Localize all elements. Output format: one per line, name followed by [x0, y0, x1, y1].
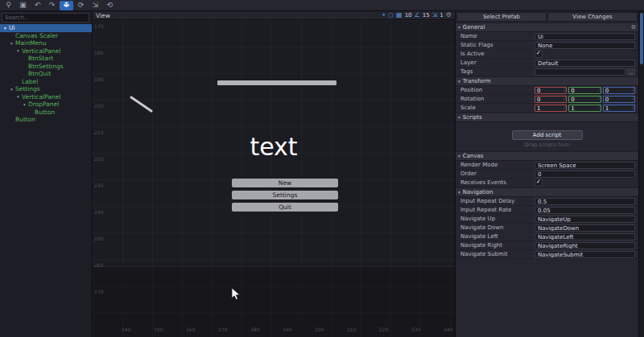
input-repeat-delay-field[interactable]: 0.5 — [535, 198, 635, 205]
ruler-label: 190 — [283, 327, 291, 332]
static-flags-field[interactable]: None — [535, 42, 635, 49]
ruler-label: 230 — [94, 183, 103, 188]
tree-item-btnquit[interactable]: BtnQuit — [0, 70, 92, 78]
search-input[interactable] — [2, 13, 89, 23]
property-label: Navigate Submit — [460, 251, 535, 257]
prefab-actions: Select Prefab View Changes — [456, 11, 638, 23]
tab-view[interactable]: View — [96, 12, 110, 19]
expand-arrow-icon[interactable]: ▾ — [9, 41, 14, 46]
scale-snap-value[interactable]: 1 — [440, 12, 443, 18]
section-header-transform[interactable]: ▾Transform — [456, 76, 638, 86]
add-script-button[interactable]: Add script — [512, 130, 583, 140]
tree-item-verticalpanel[interactable]: ▾VerticalPanel — [0, 47, 92, 55]
canvas-stray-element[interactable] — [130, 96, 153, 113]
tree-item-droppanel[interactable]: ▾DropPanel — [0, 101, 92, 109]
viewport-settings-icon[interactable]: ⚙ — [446, 12, 452, 18]
section-header-canvas[interactable]: ▾Canvas — [456, 151, 638, 161]
navigate-down-field[interactable]: NavigateDown — [535, 224, 635, 232]
tree-item-label[interactable]: Label — [0, 78, 92, 86]
navigate-up-field[interactable]: NavigateUp — [535, 216, 635, 223]
gizmo-mode-icon[interactable]: ○ — [388, 12, 394, 18]
tree-item-settings[interactable]: ▾Settings — [0, 85, 92, 93]
scale-z-field[interactable]: 1╱ — [603, 105, 635, 112]
tags-field[interactable] — [535, 68, 625, 76]
tree-item-btnsettings[interactable]: BtnSettings — [0, 63, 92, 71]
scale-tool-icon[interactable]: ⇲ — [89, 1, 102, 10]
drag-handle-icon: ╱ — [564, 97, 566, 101]
tree-item-button[interactable]: Button — [0, 109, 92, 117]
search-tool-icon[interactable]: ⚲ — [2, 1, 15, 10]
tree-item-btnstart[interactable]: BtnStart — [0, 55, 92, 63]
property-label: Input Repeat Delay — [460, 198, 535, 204]
scrollbar-thumb[interactable] — [640, 13, 643, 64]
ruler-label: 270 — [94, 289, 103, 294]
ruler-label: 220 — [379, 327, 388, 332]
position-y-field[interactable]: 0╱ — [568, 87, 601, 94]
is-active-checkbox[interactable]: ✓ — [535, 50, 543, 58]
canvas-menu-button-settings[interactable]: Settings — [232, 191, 338, 199]
undo-icon[interactable]: ↶ — [31, 1, 44, 10]
render-mode-field[interactable]: Screen Space — [535, 162, 635, 169]
section-header-general[interactable]: ▾General⚙ — [456, 23, 638, 32]
tree-item-mainmenu[interactable]: ▾MainMenu — [0, 39, 92, 47]
expand-arrow-icon[interactable]: ▾ — [9, 87, 14, 92]
scripts-drop-area[interactable]: Add scriptDrag scripts here — [456, 122, 638, 151]
canvas-text-label[interactable]: text — [93, 135, 455, 159]
section-header-scripts[interactable]: ▾Scripts — [456, 113, 638, 122]
expand-arrow-icon[interactable]: ▾ — [2, 26, 8, 31]
grid-snap-value[interactable]: 10 — [405, 12, 412, 18]
move-tool-icon[interactable]: ↔↕ — [60, 1, 73, 10]
property-row-order: Order0 — [456, 170, 638, 179]
section-settings-icon[interactable]: ⚙ — [631, 24, 636, 31]
rotation-z-field[interactable]: 0╱ — [603, 96, 635, 103]
receives-events-checkbox[interactable]: ✓ — [535, 179, 543, 187]
tree-item-canvas-scaler[interactable]: Canvas Scaler — [0, 32, 92, 40]
drag-handle-icon: ╱ — [632, 105, 634, 109]
redo-icon[interactable]: ↷ — [45, 1, 59, 10]
focus-icon[interactable]: ⌖ — [382, 12, 386, 18]
property-row-input-repeat-delay: Input Repeat Delay0.5 — [456, 197, 638, 206]
ruler-label: 210 — [94, 129, 103, 135]
view-changes-button[interactable]: View Changes — [547, 12, 638, 22]
rotation-snap-icon[interactable]: ∠ — [415, 12, 420, 18]
position-x-field[interactable]: 0╱ — [535, 87, 567, 94]
save-icon[interactable]: ▣ — [16, 1, 30, 10]
view-panel-header: View ⌖ ○ ▦ 10 ∠ 15 ⇲ 1 ⚙ — [93, 11, 455, 20]
navigate-right-field[interactable]: NavigateRight — [535, 242, 635, 249]
rotation-x-field[interactable]: 0╱ — [535, 96, 567, 103]
scale-snap-icon[interactable]: ⇲ — [432, 12, 438, 18]
chevron-down-icon: ▾ — [458, 79, 460, 84]
tree-item-verticalpanel[interactable]: ▾VerticalPanel — [0, 93, 92, 101]
refresh-icon[interactable]: ⟲ — [103, 1, 117, 10]
position-z-field[interactable]: 0╱ — [603, 87, 635, 94]
order-field[interactable]: 0 — [535, 171, 635, 178]
navigate-left-field[interactable]: NavigateLeft — [535, 233, 635, 240]
property-row-name: NameUi — [456, 32, 638, 41]
rotation-snap-value[interactable]: 15 — [423, 12, 430, 18]
expand-arrow-icon[interactable]: ▾ — [22, 102, 27, 107]
canvas-droppanel[interactable] — [217, 80, 336, 85]
scale-y-field[interactable]: 1╱ — [568, 105, 601, 112]
rotate-tool-icon[interactable]: ⟳ — [74, 1, 88, 10]
section-header-navigation[interactable]: ▾Navigation — [456, 187, 638, 197]
tree-item-ui[interactable]: ▾Ui — [0, 24, 92, 32]
rotation-y-field[interactable]: 0╱ — [568, 96, 601, 103]
name-field[interactable]: Ui — [535, 33, 635, 40]
expand-arrow-icon[interactable]: ▾ — [15, 48, 21, 53]
select-prefab-button[interactable]: Select Prefab — [456, 12, 547, 22]
ruler-label: 180 — [94, 50, 103, 55]
tree-item-button[interactable]: Button — [0, 116, 92, 124]
property-row-navigate-down: Navigate DownNavigateDown — [456, 224, 638, 232]
canvas-menu-button-quit[interactable]: Quit — [232, 203, 338, 212]
grid-snap-icon[interactable]: ▦ — [396, 12, 402, 18]
inspector-scrollbar[interactable] — [638, 11, 644, 337]
tags-more-button[interactable]: … — [627, 68, 635, 76]
ruler-label: 200 — [315, 327, 324, 332]
layer-field[interactable]: Default — [535, 60, 635, 67]
expand-arrow-icon[interactable]: ▾ — [15, 94, 21, 99]
scale-x-field[interactable]: 1╱ — [535, 105, 567, 112]
canvas-menu-button-new[interactable]: New — [232, 179, 338, 187]
input-repeat-rate-field[interactable]: 0.05 — [535, 207, 635, 214]
viewport-canvas[interactable]: 170180190200210220230240250260270 140150… — [93, 20, 455, 337]
navigate-submit-field[interactable]: NavigateSubmit — [535, 251, 635, 258]
